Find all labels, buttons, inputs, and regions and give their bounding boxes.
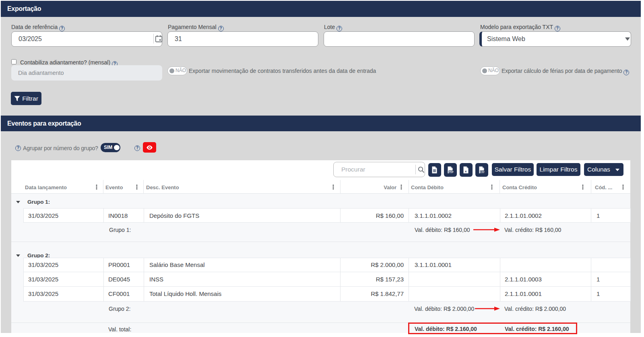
svg-text:x: x: [465, 170, 467, 173]
svg-text:CSV: CSV: [480, 171, 485, 173]
svg-text:PDF: PDF: [449, 171, 454, 173]
